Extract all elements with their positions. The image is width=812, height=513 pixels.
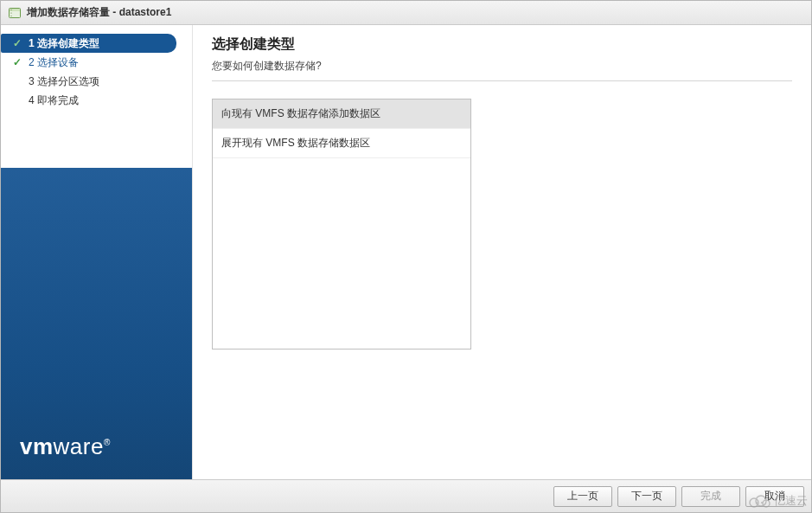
wizard-step-3: ✓ 3 选择分区选项 [1,72,192,91]
wizard-footer: 上一页 下一页 完成 取消 [1,479,811,512]
next-button[interactable]: 下一页 [617,486,676,507]
datastore-icon [8,6,22,20]
check-icon: ✓ [11,56,23,68]
finish-button[interactable]: 完成 [681,486,740,507]
wizard-step-1[interactable]: ✓ 1 选择创建类型 [1,34,176,53]
wizard-step-label: 1 选择创建类型 [29,36,99,51]
dialog-window: 增加数据存储容量 - datastore1 ✓ 1 选择创建类型 ✓ 2 选择设… [0,0,812,513]
svg-point-4 [10,15,11,16]
wizard-step-label: 2 选择设备 [29,55,79,70]
option-label: 向现有 VMFS 数据存储添加数据区 [221,107,380,119]
creation-type-list: 向现有 VMFS 数据存储添加数据区 展开现有 VMFS 数据存储数据区 [212,99,471,349]
back-button[interactable]: 上一页 [553,486,612,507]
option-list-spacer [213,158,470,349]
wizard-step-2[interactable]: ✓ 2 选择设备 [1,53,192,72]
vmware-logo: vmware® [20,433,111,460]
divider [212,80,792,81]
page-subtitle: 您要如何创建数据存储? [212,59,792,74]
title-bar: 增加数据存储容量 - datastore1 [1,1,811,25]
window-title: 增加数据存储容量 - datastore1 [27,5,171,20]
sidebar-decoration [1,168,193,479]
wizard-step-4: ✓ 4 即将完成 [1,91,192,110]
cancel-button[interactable]: 取消 [745,486,804,507]
wizard-main: 选择创建类型 您要如何创建数据存储? 向现有 VMFS 数据存储添加数据区 展开… [193,25,811,479]
dialog-body: ✓ 1 选择创建类型 ✓ 2 选择设备 ✓ 3 选择分区选项 ✓ 4 即将完成 … [1,25,811,479]
wizard-sidebar: ✓ 1 选择创建类型 ✓ 2 选择设备 ✓ 3 选择分区选项 ✓ 4 即将完成 … [1,25,193,479]
option-add-extent[interactable]: 向现有 VMFS 数据存储添加数据区 [213,99,470,129]
svg-point-2 [10,9,11,10]
page-heading: 选择创建类型 [212,35,792,54]
option-label: 展开现有 VMFS 数据存储数据区 [221,137,370,149]
svg-point-3 [10,12,11,13]
option-expand-extent[interactable]: 展开现有 VMFS 数据存储数据区 [213,129,470,158]
wizard-steps: ✓ 1 选择创建类型 ✓ 2 选择设备 ✓ 3 选择分区选项 ✓ 4 即将完成 [1,25,192,110]
wizard-step-label: 4 即将完成 [29,93,79,108]
wizard-step-label: 3 选择分区选项 [29,74,99,89]
check-icon: ✓ [11,37,23,49]
